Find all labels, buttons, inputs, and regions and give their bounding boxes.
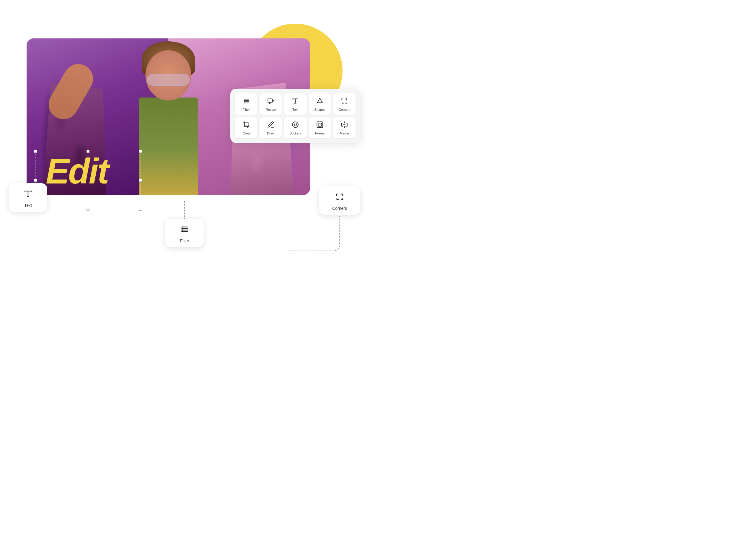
selection-handle-lm[interactable] [34, 179, 37, 182]
svg-point-9 [292, 122, 298, 128]
photo-glasses [147, 74, 190, 86]
tool-resize[interactable]: Resize [260, 93, 282, 115]
text-card[interactable]: Text [9, 183, 47, 212]
tool-draw[interactable]: Draw [260, 117, 282, 138]
tool-text-label: Text [292, 108, 298, 112]
text-icon [292, 97, 299, 106]
tool-corners-label: Corners [339, 108, 350, 112]
filter-card-label: Filter [180, 238, 189, 243]
frame-icon [316, 121, 324, 130]
tool-draw-label: Draw [267, 131, 275, 135]
shapes-icon [316, 97, 324, 106]
selection-handle-tm[interactable] [86, 150, 89, 153]
tool-shapes[interactable]: Shapes [309, 93, 331, 115]
selection-handle-bm[interactable] [86, 208, 89, 211]
svg-rect-12 [317, 122, 323, 128]
tool-shapes-label: Shapes [315, 108, 326, 112]
crop-icon [242, 121, 250, 130]
selection-handle-br[interactable] [139, 208, 142, 211]
selection-handle-rm[interactable] [139, 179, 142, 182]
filter-card[interactable]: Filter [165, 218, 204, 247]
svg-rect-13 [318, 123, 322, 126]
tool-merge[interactable]: Merge [333, 117, 356, 138]
tool-grid-row1: Filter Resize Text [235, 93, 356, 138]
tool-frame-label: Frame [315, 131, 325, 135]
corners-card-label: Corners [332, 206, 347, 211]
tool-resize-label: Resize [266, 108, 276, 112]
text-card-icon [23, 189, 33, 201]
corners-card-icon [335, 192, 344, 204]
tool-panel: Filter Resize Text [230, 89, 360, 143]
tool-stickers[interactable]: Stickers [284, 117, 306, 138]
tool-filter-label: Filter [242, 108, 250, 112]
tool-stickers-label: Stickers [289, 131, 301, 135]
selection-handle-tl[interactable] [34, 150, 37, 153]
tool-crop-label: Crop [243, 131, 250, 135]
draw-icon [267, 121, 275, 130]
svg-point-11 [296, 124, 297, 124]
tool-corners[interactable]: Corners [333, 93, 356, 115]
merge-icon [340, 121, 348, 130]
filter-card-icon [180, 224, 189, 236]
tool-filter[interactable]: Filter [235, 93, 257, 115]
tool-merge-label: Merge [340, 131, 349, 135]
text-card-label: Text [24, 203, 32, 208]
resize-icon [267, 97, 275, 106]
filter-icon [242, 97, 250, 106]
tool-frame[interactable]: Frame [309, 117, 331, 138]
stickers-icon [292, 121, 299, 130]
selection-box[interactable] [35, 151, 141, 210]
tool-crop[interactable]: Crop [235, 117, 257, 138]
tool-text[interactable]: Text [284, 93, 306, 115]
corners-card[interactable]: Corners [319, 186, 360, 215]
corners-icon [340, 97, 348, 106]
photo-torso [139, 97, 198, 195]
selection-handle-tr[interactable] [139, 150, 142, 153]
svg-rect-7 [268, 99, 272, 102]
svg-point-10 [294, 124, 295, 124]
filter-dashed-line [184, 201, 185, 220]
